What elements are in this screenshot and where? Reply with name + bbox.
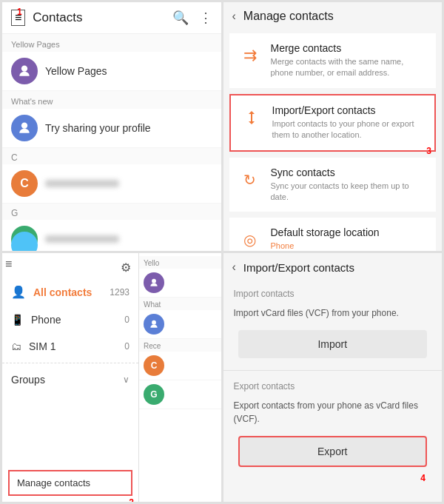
import-export-desc: Import contacts to your phone or export … [272,118,426,141]
alpha-c: C [2,148,221,164]
import-export-title: Import/Export contacts [272,104,426,116]
badge-2: 2 [129,497,134,502]
export-section-desc: Export contacts from your phone as vCard… [223,394,443,433]
phone-icon: 📱 [11,314,24,326]
section-yellow-pages: Yellow Pages [2,34,221,52]
person-icon: 👤 [11,285,26,299]
merge-content: Merge contacts Merge contacts with the s… [271,42,428,79]
manage-contacts-wrapper: Manage contacts 2 [2,464,138,502]
contacts-topbar: ≡ Contacts 🔍 ⋮ 1 [2,2,221,34]
alpha-g: G [2,204,221,220]
sidebar-item-groups[interactable]: Groups ∨ [2,366,138,393]
contact-name-c-blurred [45,180,119,187]
manage-contacts-button[interactable]: Manage contacts [8,470,132,496]
panel-contacts: ≡ Contacts 🔍 ⋮ 1 Yellow Pages Yellow Pag… [2,2,221,251]
svg-point-3 [152,320,156,325]
mini-avatar-c: C [144,355,164,376]
sync-title: Sync contacts [271,167,428,178]
contact-row-profile[interactable]: Try sharing your profile [2,109,221,148]
mini-avatar-what [144,314,164,335]
panel-manage-right: Yello What Rece C G ≡ [139,253,221,502]
mini-topbar: ≡ [139,258,221,271]
mini-row-c: C [139,352,221,380]
storage-subtitle: Phone [271,241,380,251]
panel-sidebar: ⚙ 👤 All contacts 1293 📱 Phone 0 🗂 SIM 1 … [2,253,221,502]
sidebar-spacer [2,393,138,464]
manage-contacts-topbar: ‹ Manage contacts [223,2,443,30]
search-icon[interactable]: 🔍 [172,10,189,26]
storage-content: Default storage location Phone [271,226,380,251]
sidebar-label-all: All contacts [33,286,92,298]
mini-row-what [139,310,221,339]
menu-item-merge[interactable]: ⇉ Merge contacts Merge contacts with the… [229,33,437,88]
manage-contacts-title: Manage contacts [243,10,334,23]
merge-desc: Merge contacts with the same name, phone… [271,56,428,79]
sync-content: Sync contacts Sync your contacts to keep… [271,167,428,204]
export-btn-wrapper: Export 4 [223,433,443,476]
storage-icon: ◎ [238,228,262,251]
panel-import-export: ‹ Import/Export contacts Import contacts… [223,253,443,502]
back-arrow-import-icon[interactable]: ‹ [232,261,236,274]
mini-section-what: What [139,298,221,310]
svg-point-0 [21,66,27,72]
merge-icon: ⇉ [238,44,262,67]
phone-count: 0 [124,315,130,325]
contact-row-yellowpages[interactable]: Yellow Pages [2,52,221,91]
sim1-count: 0 [124,341,130,352]
sidebar: ⚙ 👤 All contacts 1293 📱 Phone 0 🗂 SIM 1 … [2,253,139,502]
sidebar-label-sim1: SIM 1 [29,340,56,352]
sim-icon: 🗂 [11,340,21,352]
menu-item-import-export[interactable]: Import/Export contacts Import contacts t… [229,94,437,152]
panel-manage-menu: ‹ Manage contacts ⇉ Merge contacts Merge… [223,2,443,251]
back-arrow-icon[interactable]: ‹ [232,10,236,23]
mini-row-g: G [139,380,221,409]
svg-point-1 [21,123,27,129]
badge-3: 3 [426,146,431,156]
sidebar-item-phone[interactable]: 📱 Phone 0 [2,306,138,333]
more-options-icon[interactable]: ⋮ [199,10,212,26]
mini-avatar-yello [144,272,164,293]
sidebar-label-groups: Groups [11,374,123,386]
badge-4: 4 [420,473,426,483]
import-export-topbar: ‹ Import/Export contacts [223,253,443,281]
import-section-desc: Import vCard files (VCF) from your phone… [223,302,443,327]
avatar-yellowpages [11,58,38,84]
export-button[interactable]: Export [238,436,428,467]
avatar-c: C [11,170,38,197]
mini-section-rece: Rece [139,339,221,352]
contact-name-profile: Try sharing your profile [45,122,151,134]
menu-item-sync[interactable]: ↻ Sync contacts Sync your contacts to ke… [229,158,437,212]
sidebar-label-phone: Phone [31,314,61,326]
sync-desc: Sync your contacts to keep them up to da… [271,181,428,204]
import-section-header: Import contacts [223,281,443,302]
avatar-profile [11,115,38,141]
all-contacts-count: 1293 [110,287,130,298]
storage-title: Default storage location [271,226,380,238]
svg-point-2 [152,279,156,283]
badge-1: 1 [17,7,22,17]
sidebar-divider [2,363,138,363]
chevron-down-icon: ∨ [123,374,130,385]
import-export-icon [240,106,263,130]
import-export-content: Import/Export contacts Import contacts t… [272,104,426,141]
contacts-title: Contacts [33,10,172,25]
export-section-header: Export contacts [223,374,443,394]
import-button[interactable]: Import [238,330,428,358]
sidebar-item-all-contacts[interactable]: 👤 All contacts 1293 [2,278,138,306]
sync-icon: ↻ [238,168,262,192]
import-export-separator [223,370,443,371]
sidebar-item-sim1[interactable]: 🗂 SIM 1 0 [2,333,138,360]
contact-name-yellowpages: Yellow Pages [45,65,107,77]
mini-avatar-g: G [144,384,164,405]
menu-item-default-storage[interactable]: ◎ Default storage location Phone [229,218,437,251]
topbar-icons: 🔍 ⋮ [172,10,212,26]
section-whats-new: What's new [2,91,221,109]
merge-title: Merge contacts [271,42,428,54]
contact-row-c[interactable]: C [2,164,221,204]
contact-name-g-blurred [45,235,119,243]
mini-row-yello [139,269,221,298]
import-export-page-title: Import/Export contacts [243,261,354,274]
